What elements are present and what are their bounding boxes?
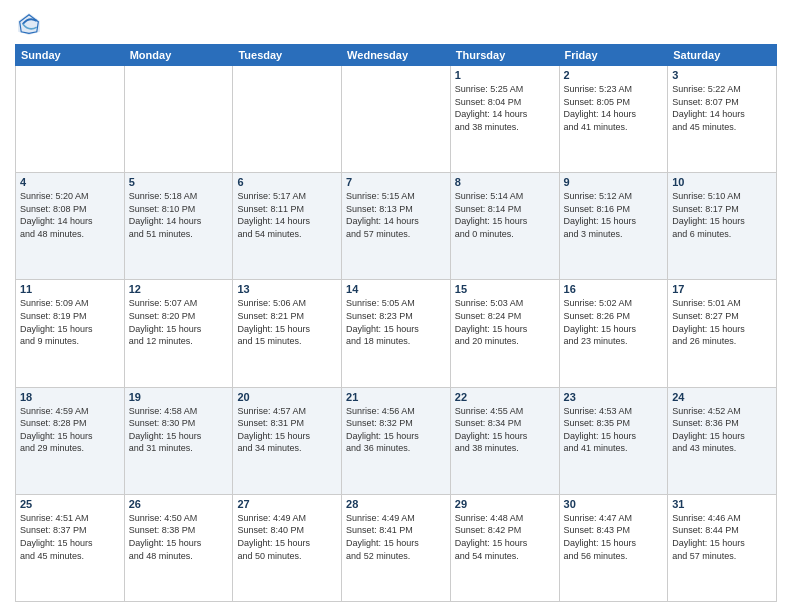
cell-line: Daylight: 15 hours <box>129 537 229 550</box>
day-number: 11 <box>20 283 120 295</box>
cell-line: and 41 minutes. <box>564 121 664 134</box>
calendar-cell: 20Sunrise: 4:57 AMSunset: 8:31 PMDayligh… <box>233 387 342 494</box>
cell-line: Daylight: 15 hours <box>346 430 446 443</box>
cell-line: Sunset: 8:27 PM <box>672 310 772 323</box>
day-number: 24 <box>672 391 772 403</box>
cell-line: Sunset: 8:13 PM <box>346 203 446 216</box>
page: SundayMondayTuesdayWednesdayThursdayFrid… <box>0 0 792 612</box>
cell-line: and 56 minutes. <box>564 550 664 563</box>
cell-line: Sunset: 8:04 PM <box>455 96 555 109</box>
calendar-cell <box>233 66 342 173</box>
cell-line: Sunrise: 4:56 AM <box>346 405 446 418</box>
calendar-cell: 17Sunrise: 5:01 AMSunset: 8:27 PMDayligh… <box>668 280 777 387</box>
cell-line: Daylight: 15 hours <box>129 430 229 443</box>
cell-line: Daylight: 15 hours <box>20 537 120 550</box>
cell-line: Daylight: 15 hours <box>672 215 772 228</box>
cell-line: Daylight: 15 hours <box>564 537 664 550</box>
calendar-cell: 1Sunrise: 5:25 AMSunset: 8:04 PMDaylight… <box>450 66 559 173</box>
cell-line: and 12 minutes. <box>129 335 229 348</box>
cell-line: Sunrise: 4:53 AM <box>564 405 664 418</box>
cell-line: Sunset: 8:08 PM <box>20 203 120 216</box>
cell-line: Sunrise: 5:01 AM <box>672 297 772 310</box>
week-row-1: 1Sunrise: 5:25 AMSunset: 8:04 PMDaylight… <box>16 66 777 173</box>
weekday-header-saturday: Saturday <box>668 45 777 66</box>
cell-line: Daylight: 14 hours <box>346 215 446 228</box>
day-number: 4 <box>20 176 120 188</box>
cell-line: Sunrise: 5:05 AM <box>346 297 446 310</box>
cell-line: and 45 minutes. <box>20 550 120 563</box>
calendar-cell: 16Sunrise: 5:02 AMSunset: 8:26 PMDayligh… <box>559 280 668 387</box>
calendar-cell: 7Sunrise: 5:15 AMSunset: 8:13 PMDaylight… <box>342 173 451 280</box>
calendar-cell: 27Sunrise: 4:49 AMSunset: 8:40 PMDayligh… <box>233 494 342 601</box>
cell-line: Sunset: 8:19 PM <box>20 310 120 323</box>
day-number: 22 <box>455 391 555 403</box>
day-number: 13 <box>237 283 337 295</box>
cell-line: Sunrise: 5:20 AM <box>20 190 120 203</box>
cell-line: Daylight: 14 hours <box>672 108 772 121</box>
cell-line: and 52 minutes. <box>346 550 446 563</box>
cell-line: Sunset: 8:26 PM <box>564 310 664 323</box>
cell-line: and 36 minutes. <box>346 442 446 455</box>
cell-line: Daylight: 15 hours <box>237 537 337 550</box>
cell-line: Sunset: 8:38 PM <box>129 524 229 537</box>
cell-line: Daylight: 15 hours <box>455 430 555 443</box>
calendar-cell: 22Sunrise: 4:55 AMSunset: 8:34 PMDayligh… <box>450 387 559 494</box>
calendar-table: SundayMondayTuesdayWednesdayThursdayFrid… <box>15 44 777 602</box>
day-number: 18 <box>20 391 120 403</box>
cell-line: Sunset: 8:14 PM <box>455 203 555 216</box>
calendar-cell: 2Sunrise: 5:23 AMSunset: 8:05 PMDaylight… <box>559 66 668 173</box>
weekday-header-wednesday: Wednesday <box>342 45 451 66</box>
header <box>15 10 777 38</box>
cell-line: Sunrise: 5:23 AM <box>564 83 664 96</box>
cell-line: and 6 minutes. <box>672 228 772 241</box>
cell-line: Daylight: 15 hours <box>564 323 664 336</box>
logo-icon <box>15 10 43 38</box>
cell-line: and 3 minutes. <box>564 228 664 241</box>
weekday-header-friday: Friday <box>559 45 668 66</box>
cell-line: Daylight: 14 hours <box>20 215 120 228</box>
day-number: 23 <box>564 391 664 403</box>
calendar-cell: 12Sunrise: 5:07 AMSunset: 8:20 PMDayligh… <box>124 280 233 387</box>
day-number: 6 <box>237 176 337 188</box>
cell-line: and 57 minutes. <box>672 550 772 563</box>
day-number: 9 <box>564 176 664 188</box>
cell-line: Sunset: 8:37 PM <box>20 524 120 537</box>
cell-line: Daylight: 15 hours <box>237 430 337 443</box>
cell-line: Sunset: 8:44 PM <box>672 524 772 537</box>
day-number: 17 <box>672 283 772 295</box>
day-number: 21 <box>346 391 446 403</box>
cell-line: and 31 minutes. <box>129 442 229 455</box>
logo <box>15 10 47 38</box>
cell-line: and 18 minutes. <box>346 335 446 348</box>
cell-line: and 45 minutes. <box>672 121 772 134</box>
calendar-cell: 21Sunrise: 4:56 AMSunset: 8:32 PMDayligh… <box>342 387 451 494</box>
cell-line: and 23 minutes. <box>564 335 664 348</box>
cell-line: Sunrise: 5:25 AM <box>455 83 555 96</box>
calendar-cell: 25Sunrise: 4:51 AMSunset: 8:37 PMDayligh… <box>16 494 125 601</box>
day-number: 26 <box>129 498 229 510</box>
cell-line: Sunset: 8:23 PM <box>346 310 446 323</box>
cell-line: and 57 minutes. <box>346 228 446 241</box>
day-number: 2 <box>564 69 664 81</box>
cell-line: Sunset: 8:05 PM <box>564 96 664 109</box>
cell-line: Sunset: 8:21 PM <box>237 310 337 323</box>
cell-line: Daylight: 15 hours <box>20 323 120 336</box>
cell-line: Daylight: 15 hours <box>455 215 555 228</box>
cell-line: and 15 minutes. <box>237 335 337 348</box>
cell-line: Sunrise: 4:48 AM <box>455 512 555 525</box>
day-number: 12 <box>129 283 229 295</box>
cell-line: Sunrise: 5:02 AM <box>564 297 664 310</box>
weekday-header-row: SundayMondayTuesdayWednesdayThursdayFrid… <box>16 45 777 66</box>
day-number: 8 <box>455 176 555 188</box>
cell-line: Sunrise: 5:17 AM <box>237 190 337 203</box>
day-number: 29 <box>455 498 555 510</box>
day-number: 30 <box>564 498 664 510</box>
cell-line: Sunset: 8:11 PM <box>237 203 337 216</box>
cell-line: Sunrise: 5:06 AM <box>237 297 337 310</box>
cell-line: and 34 minutes. <box>237 442 337 455</box>
cell-line: Sunset: 8:17 PM <box>672 203 772 216</box>
day-number: 20 <box>237 391 337 403</box>
calendar-cell: 14Sunrise: 5:05 AMSunset: 8:23 PMDayligh… <box>342 280 451 387</box>
week-row-5: 25Sunrise: 4:51 AMSunset: 8:37 PMDayligh… <box>16 494 777 601</box>
week-row-4: 18Sunrise: 4:59 AMSunset: 8:28 PMDayligh… <box>16 387 777 494</box>
